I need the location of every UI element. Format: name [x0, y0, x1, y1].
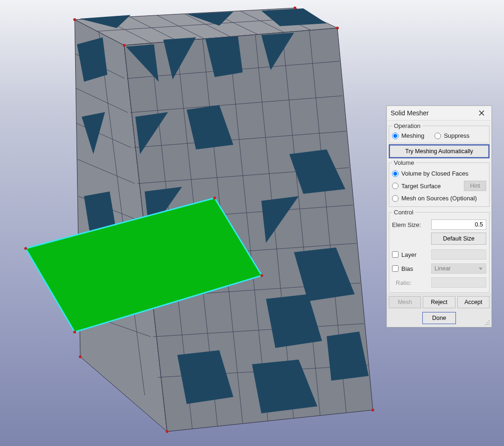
panel-titlebar[interactable]: Solid Mesher: [387, 106, 491, 120]
default-size-button[interactable]: Default Size: [431, 233, 486, 245]
radio-meshing-label: Meshing: [401, 132, 424, 139]
reject-button[interactable]: Reject: [423, 296, 455, 308]
check-bias-label: Bias: [401, 265, 413, 272]
svg-point-71: [489, 322, 490, 323]
radio-mesh-on-sources[interactable]: Mesh on Sources (Optional): [392, 195, 477, 202]
svg-point-58: [73, 18, 76, 21]
solid-mesher-panel: Solid Mesher Operation Meshing Suppress …: [386, 106, 492, 327]
radio-volume-closed-faces[interactable]: Volume by Closed Faces: [392, 170, 469, 177]
accept-button[interactable]: Accept: [457, 296, 490, 308]
svg-point-68: [73, 331, 76, 333]
try-meshing-automatically-button[interactable]: Try Meshing Automatically: [390, 145, 489, 157]
radio-target-surface-input[interactable]: [392, 183, 399, 189]
done-row: Done: [387, 310, 491, 327]
radio-suppress[interactable]: Suppress: [434, 132, 469, 139]
svg-point-64: [371, 409, 374, 411]
hint-button: Hint: [464, 181, 486, 191]
check-bias[interactable]: Bias: [392, 265, 413, 272]
resize-grip-icon[interactable]: [484, 319, 490, 326]
done-button[interactable]: Done: [422, 312, 456, 324]
radio-mesh-on-sources-label: Mesh on Sources (Optional): [401, 195, 477, 202]
radio-target-surface[interactable]: Target Surface: [392, 183, 441, 190]
legend-control: Control: [392, 209, 415, 216]
radio-closed-faces-label: Volume by Closed Faces: [401, 170, 469, 177]
radio-suppress-label: Suppress: [444, 132, 469, 139]
close-icon[interactable]: [476, 109, 488, 117]
check-layer-input[interactable]: [392, 251, 399, 258]
panel-title: Solid Mesher: [391, 109, 429, 117]
mesh-button: Mesh: [389, 296, 421, 308]
legend-operation: Operation: [392, 122, 422, 129]
action-bar: Mesh Reject Accept: [387, 294, 491, 310]
group-volume: Volume Volume by Closed Faces Target Sur…: [389, 159, 490, 207]
elem-size-label: Elem Size:: [392, 221, 421, 228]
svg-point-62: [79, 355, 82, 358]
radio-meshing-input[interactable]: [392, 133, 399, 139]
radio-target-surface-label: Target Surface: [401, 183, 441, 190]
elem-size-input[interactable]: [431, 219, 486, 230]
svg-point-74: [489, 324, 490, 325]
ratio-label: Ratio:: [392, 279, 412, 286]
bias-select-value: Linear: [434, 265, 451, 272]
svg-point-70: [487, 322, 488, 323]
svg-point-65: [24, 247, 27, 250]
bias-select-disabled: Linear: [431, 263, 486, 274]
svg-point-60: [336, 27, 339, 29]
group-operation: Operation Meshing Suppress: [389, 122, 490, 143]
check-bias-input[interactable]: [392, 265, 399, 272]
svg-point-73: [487, 324, 488, 325]
svg-point-61: [123, 44, 126, 47]
legend-volume: Volume: [392, 159, 416, 166]
radio-meshing[interactable]: Meshing: [392, 132, 424, 139]
radio-mesh-on-sources-input[interactable]: [392, 195, 399, 202]
svg-point-59: [294, 7, 296, 9]
svg-point-63: [166, 430, 168, 433]
svg-point-72: [485, 324, 486, 325]
svg-point-66: [213, 197, 216, 199]
check-layer[interactable]: Layer: [392, 251, 417, 258]
radio-closed-faces-input[interactable]: [392, 170, 399, 177]
check-layer-label: Layer: [401, 251, 417, 258]
layer-input-disabled: [431, 249, 486, 260]
svg-point-67: [260, 274, 263, 277]
group-control: Control Elem Size: Default Size Layer Bi…: [389, 209, 490, 293]
svg-point-69: [489, 320, 490, 321]
ratio-input-disabled: [431, 277, 486, 288]
radio-suppress-input[interactable]: [434, 133, 441, 139]
